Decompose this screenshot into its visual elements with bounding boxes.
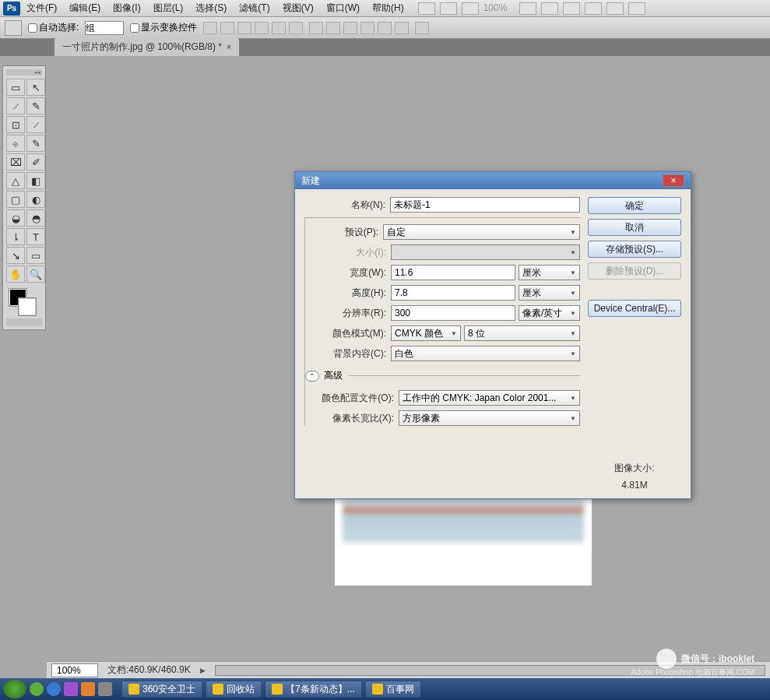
start-button[interactable] bbox=[3, 680, 26, 698]
tool-17[interactable]: T bbox=[26, 228, 45, 245]
zoom-icon[interactable] bbox=[541, 2, 558, 15]
close-tab-icon[interactable]: × bbox=[227, 43, 231, 51]
zoom-level[interactable]: 100% bbox=[483, 2, 515, 15]
align-vcenter-icon[interactable] bbox=[220, 22, 234, 34]
color-bits-select[interactable]: 8 位 bbox=[464, 325, 580, 341]
document-tab[interactable]: 一寸照片的制作.jpg @ 100%(RGB/8) * × bbox=[54, 38, 239, 56]
hand-icon[interactable] bbox=[519, 2, 536, 15]
resolution-input[interactable] bbox=[391, 305, 515, 321]
menu-0[interactable]: 文件(F) bbox=[20, 0, 63, 17]
auto-select-target[interactable]: 组 bbox=[85, 21, 124, 35]
bg-content-select[interactable]: 白色 bbox=[391, 346, 580, 361]
width-label: 宽度(W): bbox=[305, 266, 391, 280]
device-central-button[interactable]: Device Central(E)... bbox=[588, 300, 681, 317]
rotate-icon[interactable] bbox=[563, 2, 580, 15]
tool-4[interactable]: ⊡ bbox=[6, 116, 25, 133]
menu-5[interactable]: 滤镜(T) bbox=[233, 0, 276, 17]
dist-2-icon[interactable] bbox=[326, 22, 340, 34]
auto-select-checkbox[interactable]: 自动选择: bbox=[28, 21, 79, 34]
ok-button[interactable]: 确定 bbox=[588, 197, 681, 214]
taskbar-item-2[interactable]: 【7条新动态】... bbox=[265, 681, 362, 698]
tool-5[interactable]: ⟋ bbox=[26, 116, 45, 133]
dist-4-icon[interactable] bbox=[360, 22, 374, 34]
menu-6[interactable]: 视图(V) bbox=[276, 0, 320, 17]
color-profile-select[interactable]: 工作中的 CMYK: Japan Color 2001... bbox=[399, 390, 580, 406]
align-hcenter-icon[interactable] bbox=[272, 22, 286, 34]
new-document-dialog: 新建 × 名称(N): 预设(P): 自定 大小(I): 宽度(W): bbox=[294, 171, 691, 499]
cancel-button[interactable]: 取消 bbox=[588, 219, 681, 236]
menu-2[interactable]: 图像(I) bbox=[107, 0, 146, 17]
align-bottom-icon[interactable] bbox=[237, 22, 251, 34]
preset-select[interactable]: 自定 bbox=[383, 224, 580, 240]
align-right-icon[interactable] bbox=[289, 22, 303, 34]
dialog-titlebar[interactable]: 新建 × bbox=[295, 172, 691, 189]
tool-16[interactable]: ⇂ bbox=[6, 228, 25, 245]
width-input[interactable] bbox=[391, 265, 515, 280]
move-tool-preset[interactable] bbox=[5, 20, 22, 36]
menu-3[interactable]: 图层(L) bbox=[147, 0, 190, 17]
arrange-icon-1[interactable] bbox=[585, 2, 602, 15]
tool-15[interactable]: ◓ bbox=[26, 209, 45, 227]
dist-3-icon[interactable] bbox=[343, 22, 357, 34]
tool-10[interactable]: △ bbox=[6, 172, 25, 189]
workspace-icon[interactable] bbox=[418, 2, 435, 15]
show-transform-checkbox[interactable]: 显示变换控件 bbox=[130, 21, 197, 34]
tool-8[interactable]: ⌧ bbox=[6, 153, 25, 171]
tool-21[interactable]: 🔍 bbox=[26, 266, 45, 283]
color-mode-select[interactable]: CMYK 颜色 bbox=[391, 325, 461, 341]
tool-7[interactable]: ✎ bbox=[26, 135, 45, 152]
dist-6-icon[interactable] bbox=[395, 22, 409, 34]
height-unit-select[interactable]: 厘米 bbox=[519, 285, 580, 301]
delete-preset-button: 删除预设(D)... bbox=[588, 262, 681, 280]
background-color[interactable] bbox=[19, 298, 36, 315]
dist-1-icon[interactable] bbox=[309, 22, 323, 34]
save-preset-button[interactable]: 存储预设(S)... bbox=[588, 241, 681, 258]
height-input[interactable] bbox=[391, 285, 515, 301]
quick-launch-ie[interactable] bbox=[47, 682, 61, 696]
dist-5-icon[interactable] bbox=[378, 22, 392, 34]
tool-14[interactable]: ◒ bbox=[6, 209, 25, 227]
ps-logo: Ps bbox=[3, 2, 20, 16]
quick-launch-4[interactable] bbox=[81, 682, 95, 696]
close-icon[interactable]: × bbox=[663, 174, 684, 187]
align-left-icon[interactable] bbox=[255, 22, 269, 34]
tool-1[interactable]: ↖ bbox=[26, 79, 45, 96]
name-input[interactable] bbox=[390, 197, 580, 213]
toolbox-handle[interactable] bbox=[6, 69, 42, 76]
menu-7[interactable]: 窗口(W) bbox=[320, 0, 366, 17]
advanced-toggle[interactable]: ⌃ bbox=[305, 371, 319, 382]
taskbar-item-0[interactable]: 360安全卫士 bbox=[121, 681, 202, 698]
resolution-unit-select[interactable]: 像素/英寸 bbox=[519, 305, 580, 321]
tool-0[interactable]: ▭ bbox=[6, 79, 25, 96]
wechat-icon bbox=[656, 649, 677, 669]
tool-9[interactable]: ✐ bbox=[26, 153, 45, 171]
tool-18[interactable]: ↘ bbox=[6, 247, 25, 264]
taskbar-item-1[interactable]: 回收站 bbox=[206, 681, 262, 698]
grid-icon[interactable] bbox=[462, 2, 479, 15]
tool-12[interactable]: ▢ bbox=[6, 191, 25, 208]
taskbar-item-3[interactable]: 百事网 bbox=[365, 681, 421, 698]
strip-icon[interactable] bbox=[440, 2, 457, 15]
quick-launch-5[interactable] bbox=[98, 682, 112, 696]
quick-launch-1[interactable] bbox=[30, 682, 44, 696]
arrange-icon-2[interactable] bbox=[607, 2, 624, 15]
quick-launch-3[interactable] bbox=[64, 682, 78, 696]
menu-4[interactable]: 选择(S) bbox=[189, 0, 233, 17]
tool-19[interactable]: ▭ bbox=[26, 247, 45, 264]
preset-label: 预设(P): bbox=[305, 226, 383, 239]
pixel-ratio-select[interactable]: 方形像素 bbox=[399, 410, 580, 426]
tool-13[interactable]: ◐ bbox=[26, 191, 45, 208]
width-unit-select[interactable]: 厘米 bbox=[519, 265, 580, 280]
menu-8[interactable]: 帮助(H) bbox=[366, 0, 410, 17]
tool-3[interactable]: ✎ bbox=[26, 97, 45, 114]
status-zoom[interactable]: 100% bbox=[51, 663, 98, 677]
align-top-icon[interactable] bbox=[203, 22, 217, 34]
arrange-icon-3[interactable] bbox=[628, 2, 645, 15]
tool-11[interactable]: ◧ bbox=[26, 172, 45, 189]
auto-align-icon[interactable] bbox=[415, 22, 429, 34]
tool-2[interactable]: ⟋ bbox=[6, 97, 25, 114]
quickmask-icon[interactable] bbox=[6, 318, 42, 326]
tool-6[interactable]: ⟐ bbox=[6, 135, 25, 152]
tool-20[interactable]: ✋ bbox=[6, 266, 25, 283]
menu-1[interactable]: 编辑(E) bbox=[63, 0, 107, 17]
